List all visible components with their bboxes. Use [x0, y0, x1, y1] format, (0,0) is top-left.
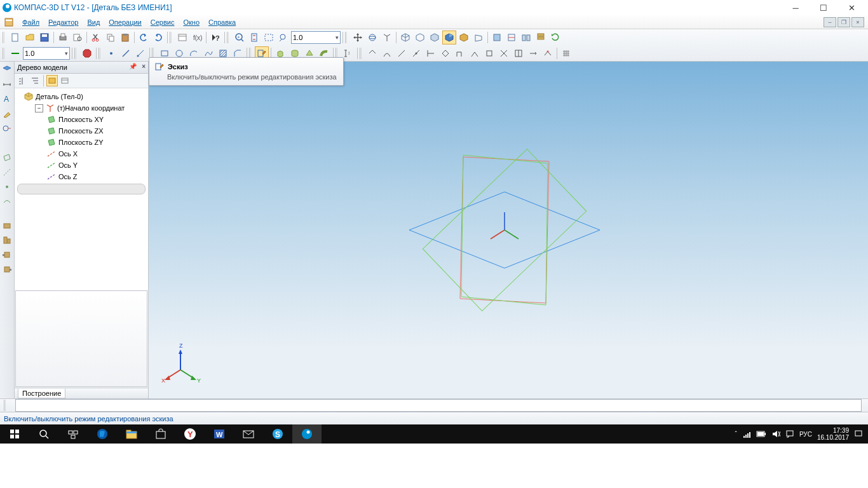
snap6-button[interactable] [438, 46, 452, 60]
view-axis-button[interactable] [380, 30, 394, 44]
aux-point-button[interactable] [1, 180, 13, 193]
line-button[interactable] [119, 46, 133, 60]
help-button[interactable]: ? [208, 30, 222, 44]
snap5-button[interactable] [424, 46, 438, 60]
tree-axis-x[interactable]: Ось X [16, 148, 147, 159]
grid-button[interactable] [559, 46, 573, 60]
mdi-close[interactable]: × [851, 17, 864, 27]
taskbar-skype[interactable]: S [263, 424, 292, 444]
tree-plane-xy[interactable]: Плоскость XY [16, 114, 147, 125]
tray-expand-icon[interactable]: ˆ [735, 431, 737, 438]
feat3-button[interactable] [1, 248, 13, 261]
tree-table-button[interactable] [59, 75, 71, 86]
tree-style2-button[interactable] [29, 75, 41, 86]
view-shaded-edges-button[interactable] [457, 30, 471, 44]
section-button[interactable] [490, 30, 504, 44]
edit-button[interactable] [1, 122, 13, 135]
print-button[interactable] [56, 30, 70, 44]
cut-button[interactable] [89, 30, 103, 44]
tree-axis-y[interactable]: Ось Y [16, 159, 147, 171]
collapse-icon[interactable]: − [35, 104, 43, 112]
tree-plane-zx[interactable]: Плоскость ZX [16, 125, 147, 137]
tray-lang[interactable]: РУС [799, 431, 812, 438]
toolbar-grip[interactable] [345, 32, 348, 43]
tree-style1-button[interactable] [17, 75, 28, 86]
search-button[interactable] [29, 424, 58, 444]
tray-notification-icon[interactable] [854, 430, 863, 438]
toolbar-grip[interactable] [3, 32, 6, 43]
taskbar-kompas[interactable] [292, 424, 322, 444]
toolbar-grip[interactable] [3, 48, 6, 59]
point-button[interactable] [104, 46, 118, 60]
tree-view[interactable]: Деталь (Тел-0) − (т)Начало координат Пло… [15, 88, 148, 290]
toolbar-grip[interactable] [98, 48, 102, 59]
variables-button[interactable]: f(x) [190, 30, 204, 44]
mdi-restore[interactable]: ❐ [837, 17, 850, 27]
properties-button[interactable] [175, 30, 189, 44]
layers-button[interactable] [534, 30, 548, 44]
taskbar-explorer[interactable] [117, 424, 146, 444]
tree-scrollbar[interactable] [17, 184, 146, 194]
toolbar-grip[interactable] [170, 32, 173, 43]
view-iso-button[interactable] [398, 30, 412, 44]
property-input[interactable] [15, 399, 862, 412]
view-shaded-button[interactable] [442, 30, 456, 44]
zoom-prev-button[interactable] [276, 30, 290, 44]
viewport-3d[interactable]: Эскиз Включить/выключить режим редактиро… [149, 62, 868, 398]
open-button[interactable] [23, 30, 37, 44]
mode-tab-construction[interactable]: Построение [18, 389, 65, 398]
grip[interactable] [4, 400, 7, 411]
snap2-button[interactable] [380, 46, 394, 60]
feat4-button[interactable] [1, 263, 13, 276]
zoom-in-button[interactable]: + [233, 30, 247, 44]
snap1-button[interactable] [365, 46, 379, 60]
snap10-button[interactable] [497, 46, 511, 60]
snap4-button[interactable] [409, 46, 423, 60]
section3-button[interactable] [519, 30, 533, 44]
tree-show-button[interactable] [46, 75, 58, 86]
menu-view[interactable]: Вид [83, 18, 104, 26]
dim-button[interactable] [1, 78, 13, 91]
stop-button[interactable] [80, 46, 94, 60]
snap11-button[interactable] [512, 46, 526, 60]
snap9-button[interactable] [482, 46, 496, 60]
feat2-button[interactable] [1, 234, 13, 247]
taskbar-word[interactable]: W [205, 424, 234, 444]
menu-window[interactable]: Окно [179, 18, 204, 26]
toolbar-grip[interactable] [227, 32, 230, 43]
snap13-button[interactable] [541, 46, 555, 60]
tray-wifi-icon[interactable] [742, 430, 751, 438]
ray-button[interactable] [133, 46, 147, 60]
zoom-pageheight-button[interactable] [247, 30, 261, 44]
measure-button[interactable] [1, 107, 13, 120]
toolbar-grip[interactable] [360, 48, 363, 59]
perspective-button[interactable] [471, 30, 485, 44]
view-wireframe-button[interactable] [413, 30, 427, 44]
close-button[interactable]: ✕ [837, 1, 865, 15]
maximize-button[interactable]: ☐ [810, 1, 837, 15]
menu-editor[interactable]: Редактор [44, 18, 83, 26]
snap3-button[interactable] [395, 46, 409, 60]
zoom-combo[interactable]: 1.0 [291, 31, 341, 44]
zoom-window-button[interactable] [262, 30, 276, 44]
text-button[interactable]: A [1, 93, 13, 105]
section2-button[interactable] [505, 30, 519, 44]
snap12-button[interactable] [526, 46, 540, 60]
tray-action-icon[interactable] [785, 430, 794, 438]
tray-sound-icon[interactable] [771, 430, 780, 438]
tree-axis-z[interactable]: Ось Z [16, 171, 147, 182]
start-button[interactable] [0, 424, 29, 444]
tree-plane-zy[interactable]: Плоскость ZY [16, 137, 147, 148]
pin-icon[interactable]: 📌 [129, 63, 137, 70]
menu-operations[interactable]: Операции [104, 18, 146, 26]
tree-origin[interactable]: − (т)Начало координат [16, 102, 147, 114]
copy-button[interactable] [104, 30, 118, 44]
orbit-button[interactable] [365, 30, 379, 44]
tree-root[interactable]: Деталь (Тел-0) [16, 91, 147, 102]
line-style-button[interactable] [8, 46, 22, 60]
taskbar-store[interactable] [146, 424, 175, 444]
task-view-button[interactable] [58, 424, 88, 444]
undo-button[interactable] [137, 30, 151, 44]
taskbar-edge[interactable] [88, 424, 117, 444]
scale-combo[interactable]: 1.0 [23, 47, 70, 60]
